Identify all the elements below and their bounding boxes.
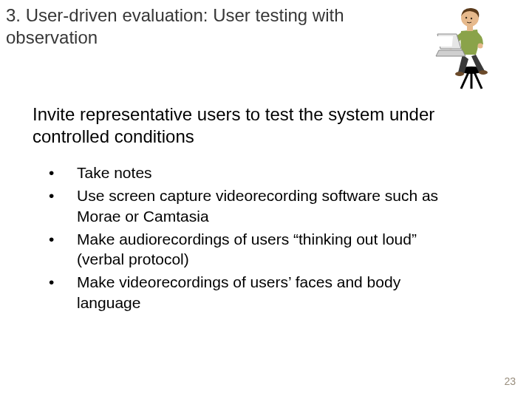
bullet-text: Take notes (77, 164, 152, 181)
svg-point-4 (455, 72, 464, 76)
svg-rect-12 (436, 36, 453, 47)
slide-title: 3. User-driven evaluation: User testing … (6, 4, 346, 49)
list-item: Make audiorecordings of users “thinking … (47, 229, 464, 270)
bullet-list: Take notes Use screen capture videorecor… (6, 163, 464, 313)
svg-line-1 (474, 72, 482, 89)
person-with-laptop-illustration (429, 1, 510, 93)
list-item: Take notes (47, 163, 464, 183)
slide: 3. User-driven evaluation: User testing … (0, 0, 532, 399)
list-item: Make videorecordings of users’ faces and… (47, 272, 464, 313)
svg-point-5 (479, 70, 488, 75)
list-item: Use screen capture videorecording softwa… (47, 185, 464, 226)
laptop-user-icon (429, 1, 510, 90)
intro-text: Invite representative users to test the … (6, 103, 479, 148)
svg-point-7 (478, 44, 483, 49)
bullet-text: Use screen capture videorecording softwa… (77, 187, 438, 224)
bullet-text: Make audiorecordings of users “thinking … (77, 231, 417, 267)
svg-point-11 (471, 18, 472, 19)
page-number: 23 (504, 375, 516, 387)
bullet-text: Make videorecordings of users’ faces and… (77, 273, 400, 310)
svg-point-10 (466, 17, 467, 18)
